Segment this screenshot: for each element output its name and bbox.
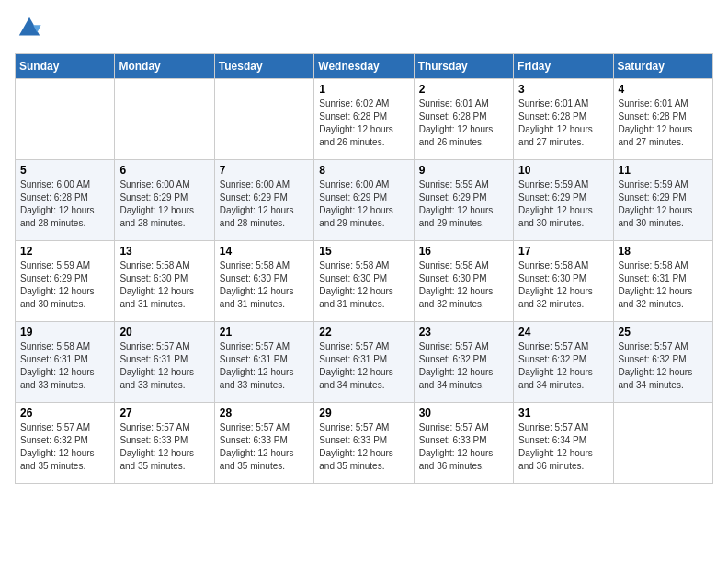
day-info: Sunrise: 5:57 AM Sunset: 6:31 PM Dayligh… [119, 340, 209, 392]
calendar-cell: 23Sunrise: 5:57 AM Sunset: 6:32 PM Dayli… [414, 322, 513, 403]
day-info: Sunrise: 5:57 AM Sunset: 6:31 PM Dayligh… [319, 340, 408, 392]
calendar-cell: 12Sunrise: 5:59 AM Sunset: 6:29 PM Dayli… [16, 241, 115, 322]
calendar-cell: 18Sunrise: 5:58 AM Sunset: 6:31 PM Dayli… [613, 241, 712, 322]
day-number: 16 [419, 245, 508, 258]
day-number: 1 [319, 83, 408, 96]
day-number: 29 [319, 407, 408, 419]
day-info: Sunrise: 5:57 AM Sunset: 6:32 PM Dayligh… [419, 340, 508, 392]
calendar-header-row: SundayMondayTuesdayWednesdayThursdayFrid… [16, 54, 713, 79]
calendar-cell: 31Sunrise: 5:57 AM Sunset: 6:34 PM Dayli… [514, 403, 613, 484]
day-number: 7 [220, 164, 309, 177]
day-number: 24 [518, 326, 608, 339]
day-number: 10 [518, 164, 608, 177]
day-header-friday: Friday [514, 54, 613, 79]
day-number: 18 [619, 245, 708, 258]
day-info: Sunrise: 5:58 AM Sunset: 6:30 PM Dayligh… [419, 259, 508, 311]
day-info: Sunrise: 5:59 AM Sunset: 6:29 PM Dayligh… [619, 178, 708, 230]
logo-icon [17, 15, 42, 40]
calendar-cell: 10Sunrise: 5:59 AM Sunset: 6:29 PM Dayli… [514, 160, 613, 241]
calendar-cell [115, 79, 214, 160]
day-header-saturday: Saturday [613, 54, 712, 79]
calendar-cell: 13Sunrise: 5:58 AM Sunset: 6:30 PM Dayli… [115, 241, 214, 322]
calendar-cell [16, 79, 115, 160]
day-header-tuesday: Tuesday [214, 54, 313, 79]
day-info: Sunrise: 5:59 AM Sunset: 6:29 PM Dayligh… [518, 178, 608, 230]
calendar-cell: 11Sunrise: 5:59 AM Sunset: 6:29 PM Dayli… [613, 160, 712, 241]
day-info: Sunrise: 5:59 AM Sunset: 6:29 PM Dayligh… [20, 259, 109, 311]
day-number: 12 [20, 245, 109, 258]
day-number: 23 [419, 326, 508, 339]
calendar-cell: 15Sunrise: 5:58 AM Sunset: 6:30 PM Dayli… [314, 241, 414, 322]
calendar-week-row: 5Sunrise: 6:00 AM Sunset: 6:28 PM Daylig… [16, 160, 713, 241]
day-info: Sunrise: 5:57 AM Sunset: 6:31 PM Dayligh… [220, 340, 309, 392]
calendar-cell: 8Sunrise: 6:00 AM Sunset: 6:29 PM Daylig… [314, 160, 414, 241]
day-number: 5 [20, 164, 109, 177]
calendar-cell: 2Sunrise: 6:01 AM Sunset: 6:28 PM Daylig… [414, 79, 513, 160]
day-number: 4 [619, 83, 708, 96]
day-number: 30 [419, 407, 508, 419]
calendar-cell [214, 79, 313, 160]
day-info: Sunrise: 5:57 AM Sunset: 6:33 PM Dayligh… [220, 421, 309, 473]
day-info: Sunrise: 5:58 AM Sunset: 6:30 PM Dayligh… [319, 259, 408, 311]
day-header-monday: Monday [115, 54, 214, 79]
day-number: 14 [220, 245, 309, 258]
day-number: 25 [619, 326, 708, 339]
day-info: Sunrise: 5:57 AM Sunset: 6:33 PM Dayligh… [419, 421, 508, 473]
day-number: 31 [518, 407, 608, 419]
day-info: Sunrise: 5:57 AM Sunset: 6:32 PM Dayligh… [518, 340, 608, 392]
day-number: 6 [119, 164, 209, 177]
calendar-cell: 3Sunrise: 6:01 AM Sunset: 6:28 PM Daylig… [514, 79, 613, 160]
day-number: 15 [319, 245, 408, 258]
day-info: Sunrise: 6:00 AM Sunset: 6:29 PM Dayligh… [220, 178, 309, 230]
calendar-cell: 25Sunrise: 5:57 AM Sunset: 6:32 PM Dayli… [613, 322, 712, 403]
day-info: Sunrise: 5:57 AM Sunset: 6:34 PM Dayligh… [518, 421, 608, 473]
calendar-week-row: 19Sunrise: 5:58 AM Sunset: 6:31 PM Dayli… [16, 322, 713, 403]
calendar-cell: 27Sunrise: 5:57 AM Sunset: 6:33 PM Dayli… [115, 403, 214, 484]
day-number: 3 [518, 83, 608, 96]
day-info: Sunrise: 5:58 AM Sunset: 6:31 PM Dayligh… [619, 259, 708, 311]
calendar-cell: 4Sunrise: 6:01 AM Sunset: 6:28 PM Daylig… [613, 79, 712, 160]
day-number: 28 [220, 407, 309, 419]
day-info: Sunrise: 6:01 AM Sunset: 6:28 PM Dayligh… [419, 98, 508, 149]
day-info: Sunrise: 5:57 AM Sunset: 6:33 PM Dayligh… [119, 421, 209, 473]
day-header-sunday: Sunday [16, 54, 115, 79]
calendar-cell: 21Sunrise: 5:57 AM Sunset: 6:31 PM Dayli… [214, 322, 313, 403]
day-info: Sunrise: 6:00 AM Sunset: 6:29 PM Dayligh… [119, 178, 209, 230]
day-info: Sunrise: 6:00 AM Sunset: 6:29 PM Dayligh… [319, 178, 408, 230]
calendar-cell: 14Sunrise: 5:58 AM Sunset: 6:30 PM Dayli… [214, 241, 313, 322]
calendar-cell: 6Sunrise: 6:00 AM Sunset: 6:29 PM Daylig… [115, 160, 214, 241]
day-number: 2 [419, 83, 508, 96]
calendar-cell: 5Sunrise: 6:00 AM Sunset: 6:28 PM Daylig… [16, 160, 115, 241]
day-info: Sunrise: 5:58 AM Sunset: 6:31 PM Dayligh… [20, 340, 109, 392]
day-header-thursday: Thursday [414, 54, 513, 79]
day-info: Sunrise: 5:59 AM Sunset: 6:29 PM Dayligh… [419, 178, 508, 230]
day-header-wednesday: Wednesday [314, 54, 414, 79]
day-info: Sunrise: 6:01 AM Sunset: 6:28 PM Dayligh… [518, 98, 608, 149]
calendar-cell: 7Sunrise: 6:00 AM Sunset: 6:29 PM Daylig… [214, 160, 313, 241]
day-number: 27 [119, 407, 209, 419]
calendar-cell: 26Sunrise: 5:57 AM Sunset: 6:32 PM Dayli… [16, 403, 115, 484]
day-info: Sunrise: 5:58 AM Sunset: 6:30 PM Dayligh… [119, 259, 209, 311]
page-header [15, 15, 713, 44]
calendar-cell [613, 403, 712, 484]
day-number: 9 [419, 164, 508, 177]
day-info: Sunrise: 5:57 AM Sunset: 6:32 PM Dayligh… [619, 340, 708, 392]
calendar-week-row: 26Sunrise: 5:57 AM Sunset: 6:32 PM Dayli… [16, 403, 713, 484]
calendar-cell: 30Sunrise: 5:57 AM Sunset: 6:33 PM Dayli… [414, 403, 513, 484]
day-number: 19 [20, 326, 109, 339]
calendar-cell: 16Sunrise: 5:58 AM Sunset: 6:30 PM Dayli… [414, 241, 513, 322]
day-info: Sunrise: 5:57 AM Sunset: 6:33 PM Dayligh… [319, 421, 408, 473]
day-number: 17 [518, 245, 608, 258]
calendar-table: SundayMondayTuesdayWednesdayThursdayFrid… [15, 53, 713, 484]
calendar-week-row: 12Sunrise: 5:59 AM Sunset: 6:29 PM Dayli… [16, 241, 713, 322]
calendar-cell: 20Sunrise: 5:57 AM Sunset: 6:31 PM Dayli… [115, 322, 214, 403]
calendar-cell: 1Sunrise: 6:02 AM Sunset: 6:28 PM Daylig… [314, 79, 414, 160]
day-number: 20 [119, 326, 209, 339]
day-number: 13 [119, 245, 209, 258]
day-info: Sunrise: 5:58 AM Sunset: 6:30 PM Dayligh… [220, 259, 309, 311]
day-number: 11 [619, 164, 708, 177]
logo [15, 15, 44, 44]
day-info: Sunrise: 5:58 AM Sunset: 6:30 PM Dayligh… [518, 259, 608, 311]
calendar-cell: 9Sunrise: 5:59 AM Sunset: 6:29 PM Daylig… [414, 160, 513, 241]
calendar-cell: 22Sunrise: 5:57 AM Sunset: 6:31 PM Dayli… [314, 322, 414, 403]
